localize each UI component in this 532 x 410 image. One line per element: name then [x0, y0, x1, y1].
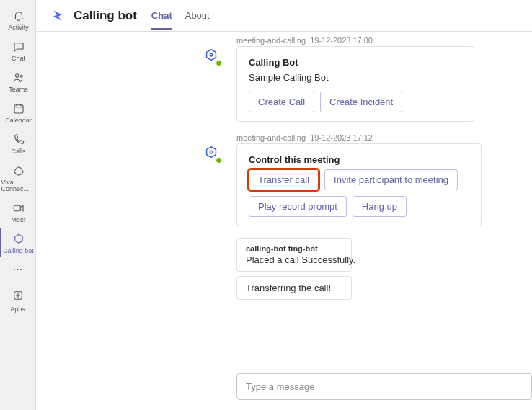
meet-icon — [12, 201, 26, 215]
card-actions: Create Call Create Incident — [249, 92, 462, 112]
page-title: Calling bot — [74, 9, 137, 23]
rail-item-label: Chat — [12, 55, 25, 62]
message-thread: meeting-and-calling 19-12-2023 17:00 Cal… — [202, 36, 532, 300]
card-actions: Transfer call Invite participant to meet… — [249, 169, 469, 217]
create-incident-button[interactable]: Create Incident — [320, 92, 402, 112]
rail-item-label: Meet — [11, 217, 25, 223]
svg-rect-2 — [14, 105, 23, 113]
rail-item-chat[interactable]: Chat — [0, 35, 36, 65]
bot-avatar — [202, 143, 221, 162]
message-bubble: calling-bot ting-bot Placed a call Succe… — [236, 238, 352, 272]
header: Calling bot Chat About — [36, 0, 532, 32]
rail-item-label: Calendar — [5, 117, 32, 124]
tab-about[interactable]: About — [185, 1, 210, 30]
rail-item-label: Teams — [9, 86, 28, 93]
bot-icon — [12, 232, 26, 246]
message-timestamp: 19-12-2023 17:12 — [310, 133, 373, 142]
hang-up-button[interactable]: Hang up — [353, 196, 407, 217]
apps-icon — [12, 289, 25, 304]
svg-point-5 — [210, 53, 213, 56]
message-bubble: Transferring the call! — [236, 276, 352, 300]
rail-item-apps[interactable]: Apps — [0, 285, 36, 317]
rail-item-viva[interactable]: Viva Connec... — [0, 159, 36, 195]
presence-available-icon — [216, 157, 222, 164]
svg-point-1 — [20, 75, 22, 77]
card-title: Calling Bot — [249, 57, 462, 68]
message-block: meeting-and-calling 19-12-2023 17:00 Cal… — [202, 36, 532, 122]
svg-point-6 — [210, 151, 213, 153]
message-text: Transferring the call! — [246, 282, 342, 293]
message-sender: meeting-and-calling — [236, 133, 306, 142]
app-logo-icon — [49, 8, 65, 24]
transfer-call-button[interactable]: Transfer call — [249, 169, 319, 190]
message-meta: meeting-and-calling 19-12-2023 17:00 — [236, 36, 532, 45]
presence-available-icon — [216, 60, 222, 66]
create-call-button[interactable]: Create Call — [249, 92, 314, 112]
rail-item-label: Calling bot — [3, 248, 34, 254]
main-column: Calling bot Chat About meeting-and-calli… — [36, 0, 532, 410]
message-text: Placed a call Successfully. — [246, 254, 342, 265]
adaptive-card: Control this meeting Transfer call Invit… — [236, 143, 482, 226]
app-rail: Activity Chat Teams Calendar Calls Viva … — [0, 0, 36, 410]
calls-icon — [12, 133, 26, 147]
card-subtitle: Sample Calling Bot — [249, 72, 462, 83]
compose-area — [36, 366, 532, 410]
card-title: Control this meeting — [249, 154, 469, 165]
rail-item-label: Calls — [11, 148, 25, 155]
bot-avatar — [202, 46, 221, 65]
svg-rect-3 — [14, 205, 20, 211]
tabs: Chat About — [151, 1, 210, 30]
calendar-icon — [12, 102, 26, 116]
adaptive-card: Calling Bot Sample Calling Bot Create Ca… — [236, 46, 474, 122]
rail-more[interactable]: ··· — [13, 259, 22, 280]
message-sender: meeting-and-calling — [236, 36, 306, 45]
rail-item-calendar[interactable]: Calendar — [0, 97, 36, 127]
message-block: meeting-and-calling 19-12-2023 17:12 Con… — [202, 133, 532, 226]
rail-item-calling-bot[interactable]: Calling bot — [0, 228, 36, 257]
message-timestamp: 19-12-2023 17:00 — [310, 36, 373, 45]
rail-item-calls[interactable]: Calls — [0, 128, 36, 158]
viva-icon — [12, 164, 26, 178]
rail-item-label: Activity — [8, 24, 29, 31]
invite-participant-button[interactable]: Invite participant to meeting — [324, 169, 458, 190]
chat-area: meeting-and-calling 19-12-2023 17:00 Cal… — [36, 32, 532, 366]
message-meta: meeting-and-calling 19-12-2023 17:12 — [236, 133, 532, 142]
tab-chat[interactable]: Chat — [151, 1, 172, 30]
svg-point-0 — [15, 74, 19, 78]
bell-icon — [12, 9, 26, 23]
rail-item-teams[interactable]: Teams — [0, 66, 36, 96]
message-sender: calling-bot ting-bot — [246, 244, 342, 253]
rail-item-label: Apps — [10, 306, 25, 313]
rail-item-activity[interactable]: Activity — [0, 4, 36, 34]
play-record-prompt-button[interactable]: Play record prompt — [249, 196, 347, 217]
rail-item-meet[interactable]: Meet — [0, 197, 36, 226]
teams-icon — [12, 71, 26, 85]
compose-input[interactable] — [236, 373, 532, 400]
chat-icon — [12, 40, 26, 54]
rail-item-label: Viva Connec... — [1, 179, 36, 192]
